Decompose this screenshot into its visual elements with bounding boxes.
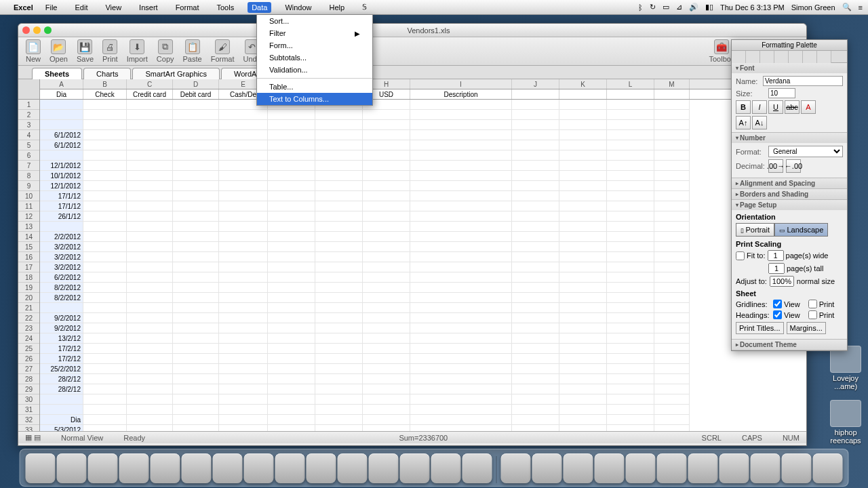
cell[interactable] (127, 425, 173, 431)
menu-help[interactable]: Help (326, 2, 349, 13)
cell[interactable] (363, 171, 410, 181)
cell[interactable] (83, 415, 127, 425)
cell[interactable] (607, 222, 654, 232)
cell[interactable] (654, 384, 690, 394)
cell[interactable] (40, 110, 83, 120)
cell[interactable]: 25/2/2012 (40, 364, 83, 374)
cell[interactable] (173, 415, 219, 425)
cell[interactable] (83, 283, 127, 293)
cell[interactable] (173, 201, 219, 211)
cell[interactable] (83, 344, 127, 354)
cell[interactable] (559, 140, 607, 150)
menuitem-form[interactable]: Form... (257, 39, 372, 52)
cell[interactable] (363, 354, 410, 364)
cell[interactable] (512, 211, 559, 222)
cell[interactable] (315, 333, 363, 344)
dock-photobooth[interactable] (244, 453, 274, 483)
clock[interactable]: Thu Dec 6 3:13 PM (720, 3, 785, 12)
cell[interactable] (559, 110, 607, 120)
volume-icon[interactable]: 🔊 (689, 3, 698, 12)
ptab-6[interactable] (803, 51, 817, 63)
row-header[interactable]: 14 (18, 232, 39, 242)
cell[interactable] (410, 364, 512, 374)
dock-excel[interactable] (462, 453, 492, 483)
cell[interactable] (512, 323, 559, 333)
cell[interactable] (410, 201, 512, 211)
cell[interactable] (410, 232, 512, 242)
cell[interactable] (559, 191, 607, 201)
row-header[interactable]: 18 (18, 272, 39, 283)
cell[interactable] (512, 181, 559, 191)
cell[interactable] (654, 293, 690, 303)
cell[interactable] (559, 303, 607, 313)
cell[interactable] (512, 140, 559, 150)
cell[interactable] (559, 262, 607, 272)
cell[interactable] (173, 293, 219, 303)
cell[interactable] (219, 262, 268, 272)
head-print-check[interactable] (808, 310, 817, 319)
cell[interactable] (315, 222, 363, 232)
cell[interactable] (315, 262, 363, 272)
cell[interactable] (559, 425, 607, 431)
cell[interactable] (363, 140, 410, 150)
cell[interactable] (607, 191, 654, 201)
cell[interactable] (173, 354, 219, 364)
cell[interactable] (127, 313, 173, 323)
cell[interactable] (127, 161, 173, 171)
cell[interactable]: 17/1/12 (40, 201, 83, 211)
zoom-button[interactable] (44, 26, 52, 34)
cell[interactable] (83, 161, 127, 171)
cell[interactable] (512, 405, 559, 415)
cell[interactable] (173, 222, 219, 232)
menu-format[interactable]: Format (172, 2, 203, 13)
cell[interactable] (315, 374, 363, 384)
row-header[interactable]: 12 (18, 211, 39, 222)
cell[interactable] (363, 211, 410, 222)
cell[interactable] (127, 405, 173, 415)
cell[interactable] (654, 323, 690, 333)
cell[interactable] (607, 425, 654, 431)
cell[interactable] (315, 161, 363, 171)
row-header[interactable]: 26 (18, 354, 39, 364)
cell[interactable] (512, 242, 559, 252)
cell[interactable] (654, 201, 690, 211)
cell[interactable] (607, 283, 654, 293)
tab-charts[interactable]: Charts (83, 68, 131, 79)
cell[interactable] (127, 323, 173, 333)
cell[interactable] (268, 303, 315, 313)
row-header[interactable]: 25 (18, 344, 39, 354)
cell[interactable] (173, 171, 219, 181)
cell[interactable] (219, 211, 268, 222)
header-cell[interactable] (654, 89, 690, 99)
menu-edit[interactable]: Edit (71, 2, 92, 13)
cell[interactable] (363, 232, 410, 242)
cell[interactable] (127, 303, 173, 313)
cell[interactable] (173, 333, 219, 344)
row-header[interactable]: 4 (18, 130, 39, 140)
cell[interactable] (173, 272, 219, 283)
cell[interactable] (127, 130, 173, 140)
section-borders[interactable]: Borders and Shading (732, 189, 847, 199)
cell[interactable] (363, 303, 410, 313)
tb-import[interactable]: ⬇Import (123, 38, 151, 64)
cell[interactable] (127, 222, 173, 232)
cell[interactable] (219, 181, 268, 191)
cell[interactable] (83, 201, 127, 211)
cell[interactable] (607, 150, 654, 161)
cell[interactable] (410, 130, 512, 140)
cell[interactable] (127, 100, 173, 110)
strike-button[interactable]: abc (785, 100, 800, 114)
cell[interactable] (607, 394, 654, 405)
cell[interactable] (219, 384, 268, 394)
cell[interactable] (268, 384, 315, 394)
cell[interactable] (268, 171, 315, 181)
cell[interactable] (607, 171, 654, 181)
cell[interactable] (410, 110, 512, 120)
dock-trash[interactable] (813, 453, 843, 483)
dock-doc-7[interactable] (688, 453, 718, 483)
row-header[interactable]: 24 (18, 333, 39, 344)
cell[interactable] (559, 252, 607, 262)
cell[interactable] (315, 181, 363, 191)
row-header[interactable]: 29 (18, 384, 39, 394)
cell[interactable] (83, 293, 127, 303)
